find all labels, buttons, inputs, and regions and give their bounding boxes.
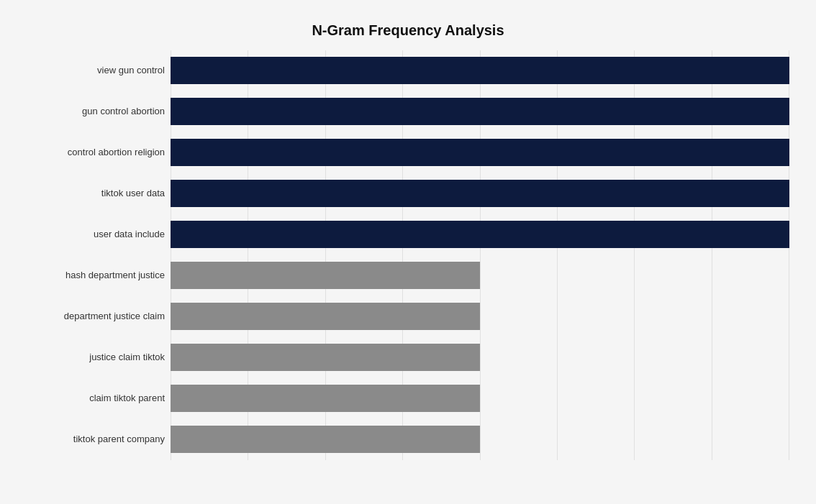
bar: [171, 139, 789, 166]
y-label: tiktok parent company: [27, 421, 165, 458]
y-label: claim tiktok parent: [27, 380, 165, 417]
y-label: view gun control: [27, 52, 165, 89]
y-label: justice claim tiktok: [27, 339, 165, 376]
bar-row: [171, 137, 789, 168]
bar: [171, 180, 789, 207]
bar: [171, 262, 480, 289]
y-label: gun control abortion: [27, 93, 165, 130]
bar: [171, 221, 789, 248]
bar: [171, 344, 480, 371]
bar: [171, 385, 480, 412]
y-label: tiktok user data: [27, 175, 165, 212]
y-label: control abortion religion: [27, 134, 165, 171]
bar-row: [171, 219, 789, 250]
bar: [171, 57, 789, 84]
y-label: hash department justice: [27, 257, 165, 294]
bar: [171, 426, 480, 453]
bar-row: [171, 178, 789, 209]
bar-row: [171, 55, 789, 86]
bar-row: [171, 342, 789, 373]
chart-title: N-Gram Frequency Analysis: [27, 22, 789, 39]
y-label: user data include: [27, 216, 165, 253]
bars-area: [171, 50, 789, 460]
bar-row: [171, 96, 789, 127]
y-axis-labels: view gun controlgun control abortioncont…: [27, 50, 171, 460]
bar-row: [171, 382, 789, 414]
bar: [171, 303, 480, 330]
chart-area: view gun controlgun control abortioncont…: [27, 50, 789, 460]
chart-container: N-Gram Frequency Analysis view gun contr…: [12, 8, 804, 497]
bar-row: [171, 301, 789, 332]
bar-row: [171, 260, 789, 291]
bar: [171, 98, 789, 125]
bar-row: [171, 423, 789, 455]
y-label: department justice claim: [27, 298, 165, 335]
